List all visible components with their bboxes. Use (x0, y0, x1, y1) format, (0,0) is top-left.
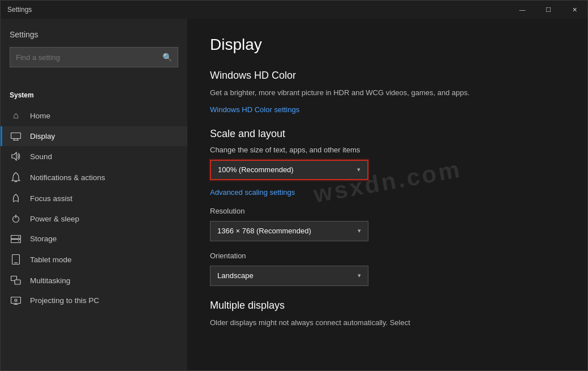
sidebar-section-title: System (1, 88, 187, 105)
hd-color-description: Get a brighter, more vibrant picture in … (210, 87, 565, 99)
orientation-dropdown-arrow: ▾ (358, 272, 361, 279)
search-input[interactable] (10, 53, 159, 62)
svg-rect-16 (11, 297, 21, 303)
minimize-button[interactable]: — (509, 1, 535, 19)
sidebar-item-display[interactable]: Display (1, 126, 187, 146)
svg-point-11 (18, 240, 19, 241)
main-inner: Display Windows HD Color Get a brighter,… (210, 36, 565, 328)
scale-dropdown-wrapper: 100% (Recommended) ▾ (210, 160, 565, 180)
svg-marker-4 (12, 152, 16, 160)
resolution-dropdown-arrow: ▾ (358, 227, 361, 234)
sidebar-item-tablet-mode[interactable]: Tablet mode (1, 249, 187, 270)
sidebar-item-projecting[interactable]: Projecting to this PC (1, 291, 187, 310)
title-bar: Settings — ☐ ✕ (1, 1, 587, 19)
multitasking-icon (10, 276, 22, 285)
projecting-icon (10, 297, 22, 305)
maximize-button[interactable]: ☐ (535, 1, 561, 19)
sidebar-item-label-power: Power & sleep (30, 215, 79, 223)
sidebar-item-label-home: Home (30, 112, 50, 120)
sidebar-item-label-storage: Storage (30, 234, 57, 243)
window-title: Settings (7, 6, 32, 14)
scale-dropdown-value: 100% (Recommended) (218, 165, 294, 174)
sidebar-item-storage[interactable]: Storage (1, 229, 187, 249)
tablet-icon (10, 254, 22, 265)
sound-icon (10, 152, 22, 161)
settings-window: Settings — ☐ ✕ Settings 🔍 System ⌂ Home (0, 0, 588, 371)
sidebar-item-label-sound: Sound (30, 152, 52, 161)
orientation-label: Orientation (210, 251, 565, 260)
title-bar-left: Settings (7, 6, 32, 14)
orientation-dropdown-value: Landscape (217, 271, 254, 280)
content-area: Settings 🔍 System ⌂ Home (1, 19, 587, 370)
scale-dropdown-arrow: ▾ (357, 166, 360, 173)
sidebar-header: Settings 🔍 (1, 19, 187, 88)
storage-icon (10, 235, 22, 243)
multiple-displays-desc: Older displays might not always connect … (210, 317, 565, 329)
focus-assist-icon (10, 194, 22, 203)
sidebar-item-label-multitasking: Multitasking (30, 276, 70, 285)
sidebar-item-focus-assist[interactable]: Focus assist (1, 188, 187, 208)
sidebar-item-sound[interactable]: Sound (1, 146, 187, 167)
main-content: Display Windows HD Color Get a brighter,… (187, 19, 587, 370)
advanced-scaling-link[interactable]: Advanced scaling settings (210, 188, 565, 197)
svg-rect-0 (11, 133, 21, 138)
scale-dropdown[interactable]: 100% (Recommended) ▾ (210, 160, 368, 180)
sidebar-item-notifications[interactable]: Notifications & actions (1, 167, 187, 188)
resolution-dropdown-value: 1366 × 768 (Recommended) (217, 227, 311, 235)
title-bar-controls: — ☐ ✕ (509, 1, 587, 19)
orientation-dropdown[interactable]: Landscape ▾ (210, 266, 368, 286)
scale-layout-title: Scale and layout (210, 128, 565, 140)
sidebar-item-power-sleep[interactable]: Power & sleep (1, 208, 187, 229)
close-button[interactable]: ✕ (561, 1, 587, 19)
change-size-label: Change the size of text, apps, and other… (210, 146, 565, 154)
resolution-dropdown[interactable]: 1366 × 768 (Recommended) ▾ (210, 221, 368, 241)
power-icon (10, 214, 22, 223)
hd-color-link[interactable]: Windows HD Color settings (210, 105, 299, 114)
sidebar-item-label-display: Display (30, 132, 55, 140)
sidebar-item-multitasking[interactable]: Multitasking (1, 270, 187, 291)
search-box[interactable]: 🔍 (10, 47, 178, 67)
sidebar-item-label-notifications: Notifications & actions (30, 173, 105, 182)
sidebar-item-label-focus-assist: Focus assist (30, 194, 72, 203)
multiple-displays-title: Multiple displays (210, 300, 565, 312)
svg-rect-15 (15, 280, 20, 284)
display-icon (10, 133, 22, 140)
hd-color-title: Windows HD Color (210, 70, 565, 82)
sidebar: Settings 🔍 System ⌂ Home (1, 19, 187, 370)
sidebar-item-home[interactable]: ⌂ Home (1, 105, 187, 126)
notifications-icon (10, 172, 22, 182)
page-title: Display (210, 36, 565, 54)
home-icon: ⌂ (10, 110, 22, 121)
resolution-label: Resolution (210, 207, 565, 215)
sidebar-item-label-projecting: Projecting to this PC (30, 296, 99, 305)
sidebar-item-label-tablet: Tablet mode (30, 255, 72, 264)
svg-point-19 (15, 299, 17, 301)
svg-point-10 (18, 236, 19, 237)
search-icon: 🔍 (159, 53, 178, 62)
sidebar-app-title: Settings (10, 30, 178, 39)
